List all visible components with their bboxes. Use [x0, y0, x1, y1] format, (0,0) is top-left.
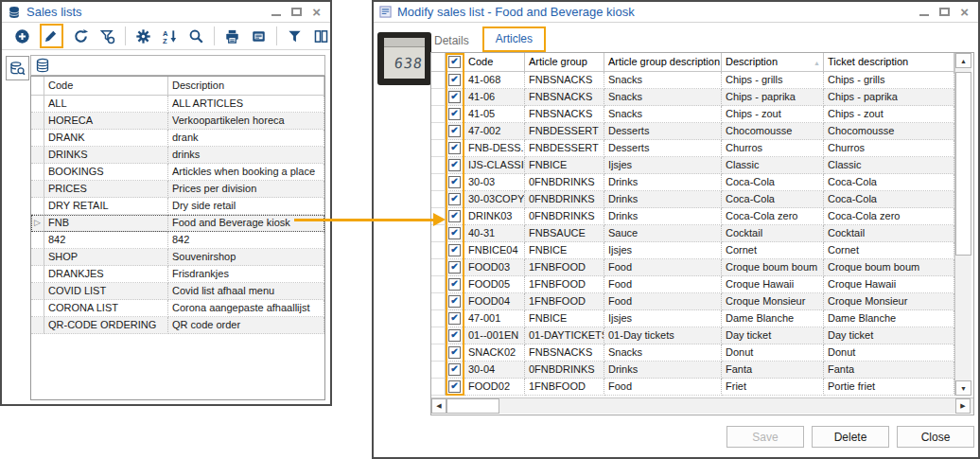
- table-row[interactable]: 40-31 FNBSAUCE Sauce Cocktail Cocktail: [431, 225, 954, 242]
- columns-button[interactable]: [312, 26, 330, 45]
- table-row[interactable]: 41-06 FNBSNACKS Snacks Chips - paprika C…: [431, 89, 954, 106]
- scroll-right-button[interactable]: ▶: [955, 398, 971, 414]
- table-row[interactable]: 842 842: [31, 232, 324, 249]
- table-row[interactable]: DRY RETAIL Dry side retail: [31, 198, 324, 215]
- row-checkbox[interactable]: [448, 363, 461, 376]
- edit-button-highlighted[interactable]: [40, 24, 63, 48]
- table-row[interactable]: DRANK drank: [31, 130, 324, 147]
- horizontal-scrollbar[interactable]: ◀ ▶: [431, 397, 973, 414]
- table-row[interactable]: 01--001EN 01-DAYTICKETS 01-Day tickets D…: [431, 327, 954, 344]
- table-row[interactable]: 30-04 0FNBDRINKS Drinks Fanta Fanta: [431, 362, 954, 379]
- table-row[interactable]: HORECA Verkoopartikelen horeca: [31, 113, 324, 130]
- table-row[interactable]: COVID LIST Covid list afhaal menu: [31, 283, 324, 300]
- table-row[interactable]: FNB-DESS... FNBDESSERT Desserts Churros …: [431, 140, 954, 157]
- maximize-button[interactable]: [291, 8, 302, 16]
- tab-articles-highlighted[interactable]: Articles: [482, 26, 546, 52]
- row-checkbox-cell[interactable]: [446, 310, 464, 327]
- row-checkbox[interactable]: [448, 380, 461, 393]
- group-by-panel[interactable]: [30, 55, 325, 76]
- table-row[interactable]: QR-CODE ORDERING QR code order: [31, 317, 324, 334]
- row-checkbox[interactable]: [448, 329, 461, 342]
- row-checkbox[interactable]: [448, 74, 461, 86]
- row-checkbox[interactable]: [448, 210, 461, 222]
- table-row[interactable]: FOOD02 1FNBFOOD Food Friet Portie friet: [431, 379, 954, 396]
- column-header-code[interactable]: Code: [464, 53, 525, 72]
- vertical-scrollbar-thumb[interactable]: [955, 72, 971, 256]
- row-checkbox-cell[interactable]: [446, 259, 464, 276]
- row-checkbox-cell[interactable]: [446, 174, 464, 191]
- row-checkbox[interactable]: [448, 295, 461, 308]
- database-search-button[interactable]: [6, 56, 29, 80]
- row-checkbox-cell[interactable]: [446, 72, 464, 89]
- table-row[interactable]: PRICES Prices per division: [31, 181, 324, 198]
- row-checkbox-cell[interactable]: [446, 293, 464, 310]
- settings-button[interactable]: [134, 26, 152, 45]
- row-checkbox[interactable]: [448, 227, 461, 239]
- print-button[interactable]: [223, 26, 241, 45]
- scroll-down-button[interactable]: ▼: [955, 380, 971, 396]
- row-checkbox[interactable]: [448, 159, 461, 171]
- close-window-button[interactable]: Close: [897, 426, 974, 448]
- table-row[interactable]: CORONA LIST Corona aangepaste afhaallijs…: [31, 300, 324, 317]
- row-checkbox[interactable]: [448, 142, 461, 154]
- row-checkbox[interactable]: [448, 125, 461, 137]
- row-checkbox-cell[interactable]: [446, 208, 464, 225]
- select-all-checkbox-cell[interactable]: [446, 53, 464, 72]
- close-button[interactable]: ×: [312, 7, 321, 18]
- row-checkbox[interactable]: [448, 91, 461, 103]
- table-row[interactable]: SHOP Souvenirshop: [31, 249, 324, 266]
- tab-details[interactable]: Details: [425, 30, 479, 52]
- row-checkbox[interactable]: [448, 346, 461, 359]
- row-checkbox-cell[interactable]: [446, 362, 464, 379]
- table-row[interactable]: BOOKINGS Artickles when booking a place: [31, 164, 324, 181]
- delete-button[interactable]: Delete: [812, 426, 889, 448]
- row-checkbox[interactable]: [448, 312, 461, 325]
- table-row[interactable]: 47-002 FNBDESSERT Desserts Chocomousse C…: [431, 123, 954, 140]
- row-checkbox-cell[interactable]: [446, 379, 464, 396]
- add-button[interactable]: [13, 26, 31, 45]
- column-header-code[interactable]: Code: [44, 77, 168, 96]
- horizontal-scrollbar-thumb[interactable]: [446, 398, 499, 414]
- table-row[interactable]: FNBICE04 FNBICE Ijsjes Cornet Cornet: [431, 242, 954, 259]
- row-checkbox[interactable]: [448, 108, 461, 120]
- scroll-left-button[interactable]: ◀: [431, 398, 446, 414]
- table-row[interactable]: DRANKJES Frisdrankjes: [31, 266, 324, 283]
- row-checkbox-cell[interactable]: [446, 344, 464, 362]
- table-row[interactable]: FNB Food and Beverage kiosk: [31, 215, 324, 232]
- column-header-article-group-description[interactable]: Article group description: [604, 53, 722, 72]
- column-header-article-group[interactable]: Article group: [525, 53, 604, 72]
- row-checkbox[interactable]: [448, 278, 461, 291]
- row-checkbox-cell[interactable]: [446, 123, 464, 140]
- vertical-scrollbar[interactable]: ▲ ▼: [954, 53, 971, 396]
- select-all-checkbox[interactable]: [448, 56, 461, 68]
- row-checkbox-cell[interactable]: [446, 225, 464, 242]
- column-header-description[interactable]: Description▲: [722, 53, 824, 72]
- row-checkbox-cell[interactable]: [446, 140, 464, 157]
- table-row[interactable]: 41-05 FNBSNACKS Snacks Chips - zout Chip…: [431, 106, 954, 123]
- sort-az-button[interactable]: A Z: [161, 26, 179, 45]
- row-checkbox[interactable]: [448, 176, 461, 188]
- row-checkbox-cell[interactable]: [446, 191, 464, 208]
- row-checkbox[interactable]: [448, 193, 461, 205]
- row-checkbox-cell[interactable]: [446, 327, 464, 344]
- row-checkbox-cell[interactable]: [446, 106, 464, 123]
- print-export-button[interactable]: [250, 26, 268, 45]
- table-row[interactable]: SNACK02 FNBSNACKS Snacks Donut Donut: [431, 344, 954, 362]
- filter-button[interactable]: [286, 26, 304, 45]
- table-row[interactable]: FOOD03 1FNBFOOD Food Croque boum boum Cr…: [431, 259, 954, 276]
- row-checkbox-cell[interactable]: [446, 89, 464, 106]
- table-row[interactable]: 41-068 FNBSNACKS Snacks Chips - grills C…: [431, 72, 954, 89]
- refresh-button[interactable]: [72, 26, 90, 45]
- table-row[interactable]: ALL ALL ARTICLES: [31, 96, 324, 113]
- filter-clear-button[interactable]: [98, 26, 116, 45]
- row-checkbox[interactable]: [448, 244, 461, 256]
- table-row[interactable]: 30-03COPY 0FNBDRINKS Drinks Coca-Cola Co…: [431, 191, 954, 208]
- table-row[interactable]: 47-001 FNBICE Ijsjes Dame Blanche Dame B…: [431, 310, 954, 327]
- close-button[interactable]: ×: [960, 7, 969, 18]
- column-header-description[interactable]: Description: [168, 77, 324, 96]
- table-row[interactable]: FOOD05 1FNBFOOD Food Croque Hawaii Croqu…: [431, 276, 954, 293]
- row-checkbox-cell[interactable]: [446, 242, 464, 259]
- save-button[interactable]: Save: [726, 426, 804, 448]
- row-checkbox-cell[interactable]: [446, 276, 464, 293]
- minimize-button[interactable]: [271, 14, 281, 16]
